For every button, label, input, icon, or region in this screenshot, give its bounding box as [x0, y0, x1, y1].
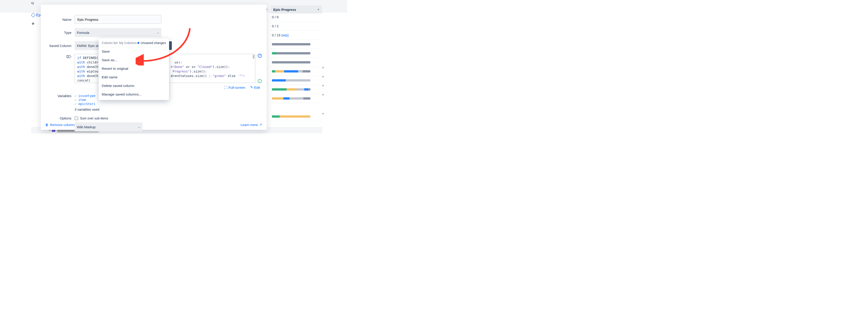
chevron-down-icon: ▼ [317, 8, 320, 11]
progress-bar [272, 43, 310, 45]
variable-row: ✓item [74, 98, 99, 102]
menu-item[interactable]: Delete saved column [98, 81, 169, 90]
saved-column-menu: Column list: My Columns Unsaved changes … [98, 38, 169, 100]
fullscreen-link[interactable]: ⛶ Full-screen [224, 86, 245, 90]
bug-icon[interactable]: ⌦ [66, 55, 71, 59]
bar-segment [272, 79, 286, 81]
progress-bar [272, 115, 310, 117]
check-icon: ✓ [74, 94, 76, 98]
dot-icon [137, 42, 139, 44]
progress-cell: 0 / 9 [271, 13, 322, 22]
progress-bar [272, 70, 310, 72]
progress-cell [271, 85, 322, 94]
progress-bar [272, 61, 310, 63]
chevron-down-icon: ⌄ [157, 31, 159, 34]
column-header-epic-progress[interactable]: Epic Progress ▼ [271, 5, 322, 13]
progress-bar [272, 79, 310, 81]
bar-segment [280, 115, 310, 117]
avatar [322, 85, 324, 87]
column-header-label: Epic Progress [273, 8, 296, 11]
bar-segment [298, 70, 303, 72]
progress-cell [271, 58, 322, 67]
help-icon[interactable]: ? [258, 54, 262, 58]
progress-cell [271, 67, 322, 76]
avatar [322, 67, 324, 68]
variable-row: ✓epicStori [74, 102, 99, 106]
avatar [322, 94, 324, 96]
progress-cell [271, 112, 322, 121]
bar-segment [272, 52, 276, 55]
bar-segment [308, 88, 310, 91]
variable-row: ✓issuetype [74, 94, 99, 98]
tree-fragment: Epi ◈ [32, 13, 41, 26]
bar-segment [272, 61, 310, 63]
bar-segment [287, 88, 297, 91]
epic-icon [31, 13, 35, 18]
label-variables: Variables [41, 94, 74, 111]
variable-name[interactable]: item [78, 98, 86, 102]
progress-cell [271, 76, 322, 85]
progress-cell [271, 94, 322, 103]
wip-link[interactable]: (wip) [281, 33, 289, 37]
progress-bar [272, 88, 310, 91]
sum-checkbox[interactable] [74, 116, 78, 120]
bar-segment [276, 52, 310, 55]
label-options: Options [41, 116, 74, 120]
remove-column-link[interactable]: 🗑 Remove column [45, 123, 74, 127]
bar-segment [275, 70, 284, 72]
bar-segment [286, 79, 310, 81]
label-saved-column: Saved Column [41, 44, 74, 48]
bar-segment [272, 115, 280, 117]
avatar [322, 113, 324, 114]
progress-bar [272, 97, 310, 100]
bar-segment [304, 88, 308, 91]
epic-progress-column: 0 / 9 0 / 2 0 / 15 (wip) [271, 13, 322, 121]
progress-cell: 0 / 15 (wip) [271, 31, 322, 40]
progress-cell: 0 / 2 [271, 22, 322, 31]
bar-segment [272, 43, 310, 45]
label-name: Name [41, 18, 74, 22]
learn-more-link[interactable]: Learn more↗ [241, 123, 262, 127]
external-icon: ↗ [259, 123, 262, 127]
variable-name[interactable]: issuetype [78, 94, 95, 98]
trash-icon: 🗑 [45, 123, 49, 127]
variable-name[interactable]: epicStori [78, 102, 95, 106]
menu-item[interactable]: Edit name [98, 73, 169, 81]
progress-cell [271, 40, 322, 49]
check-icon: ✓ [74, 102, 76, 106]
type-select[interactable]: Formula ⌄ [74, 28, 161, 37]
bar-segment [272, 97, 283, 100]
bar-segment [303, 70, 310, 72]
sum-label: Sum over sub-items [80, 116, 108, 120]
bar-segment [272, 88, 287, 91]
name-input[interactable] [74, 15, 161, 24]
menu-item[interactable]: Manage saved columns... [98, 90, 169, 99]
progress-bar [272, 52, 310, 55]
scrollbar-thumb[interactable] [253, 55, 254, 59]
valid-icon: ✓ [258, 79, 262, 83]
edit-link[interactable]: ✎ Edit [250, 86, 260, 90]
menu-header: Column list: My Columns [102, 41, 137, 45]
bar-segment [289, 97, 303, 100]
menu-item[interactable]: Revert to original [98, 64, 169, 73]
unsaved-indicator: Unsaved changes [137, 41, 166, 45]
truncated-text: ry [31, 1, 34, 5]
menu-item[interactable]: Save as... [98, 56, 169, 64]
menu-item[interactable]: Save [98, 47, 169, 56]
variables-hint: 3 variables used [74, 107, 99, 111]
bar-segment [297, 88, 304, 91]
avatar [322, 76, 324, 77]
check-icon: ✓ [74, 98, 76, 102]
progress-cell [271, 49, 322, 58]
label-type: Type [41, 31, 74, 35]
bar-segment [284, 70, 298, 72]
bar-segment [283, 97, 289, 100]
bar-segment [303, 97, 310, 100]
bar-segment [272, 70, 275, 72]
